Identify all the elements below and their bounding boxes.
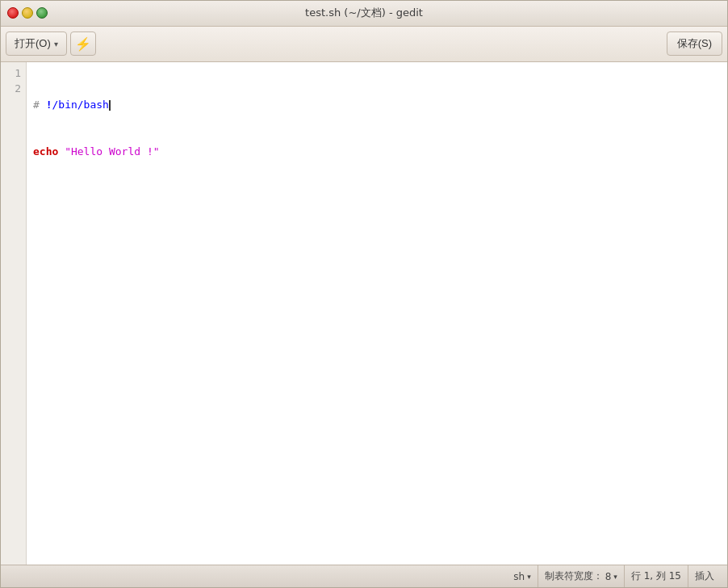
code-line-2: echo "Hello World !": [33, 144, 721, 160]
insert-mode-label: 插入: [695, 569, 714, 583]
cursor-position-status: 行 1, 列 15: [625, 565, 688, 587]
string-value: "Hello World !": [65, 145, 159, 158]
echo-keyword: echo: [33, 145, 58, 158]
line-numbers: 1 2: [1, 62, 27, 565]
insert-mode-status: 插入: [688, 565, 721, 587]
window-title: test.sh (~/文档) - gedit: [305, 6, 423, 20]
cursor-position-label: 行 1, 列 15: [631, 569, 681, 583]
code-editor[interactable]: # !/bin/bash echo "Hello World !": [27, 62, 727, 565]
window-controls: [7, 7, 48, 19]
language-dropdown-arrow: ▾: [527, 573, 531, 581]
tab-width-status[interactable]: 制表符宽度： 8 ▾: [538, 565, 625, 587]
new-button[interactable]: ⚡: [70, 32, 96, 56]
maximize-button[interactable]: [36, 7, 48, 19]
editor-container: 1 2 # !/bin/bash echo "Hello World !": [1, 62, 727, 565]
space-1: [58, 145, 65, 158]
new-icon: ⚡: [75, 36, 91, 52]
statusbar: sh ▾ 制表符宽度： 8 ▾ 行 1, 列 15 插入: [1, 565, 727, 587]
titlebar: test.sh (~/文档) - gedit: [1, 1, 727, 27]
language-label: sh: [513, 571, 525, 582]
shebang-path: /bin/bash: [52, 99, 108, 111]
open-button-label: 打开(O): [15, 36, 51, 51]
line-number-1: 1: [4, 65, 21, 82]
tab-width-dropdown[interactable]: 制表符宽度： 8 ▾: [545, 569, 617, 583]
shebang-bang: !: [40, 99, 52, 111]
minimize-button[interactable]: [22, 7, 33, 19]
line-number-2: 2: [4, 81, 21, 97]
shebang-hash: #: [33, 99, 40, 111]
code-line-1: # !/bin/bash: [33, 97, 721, 113]
tab-width-label: 制表符宽度：: [545, 569, 603, 583]
open-dropdown-arrow: ▾: [54, 40, 58, 48]
text-cursor: [109, 100, 111, 111]
save-button[interactable]: 保存(S): [667, 32, 722, 56]
language-dropdown[interactable]: sh ▾: [513, 571, 530, 582]
app-window: test.sh (~/文档) - gedit 打开(O) ▾ ⚡ 保存(S) 1…: [0, 0, 728, 588]
language-status[interactable]: sh ▾: [507, 565, 538, 587]
tab-width-value: 8: [605, 571, 612, 582]
toolbar: 打开(O) ▾ ⚡ 保存(S): [1, 27, 727, 62]
tab-width-dropdown-arrow: ▾: [613, 573, 617, 581]
open-button[interactable]: 打开(O) ▾: [6, 32, 67, 56]
close-button[interactable]: [7, 7, 19, 19]
